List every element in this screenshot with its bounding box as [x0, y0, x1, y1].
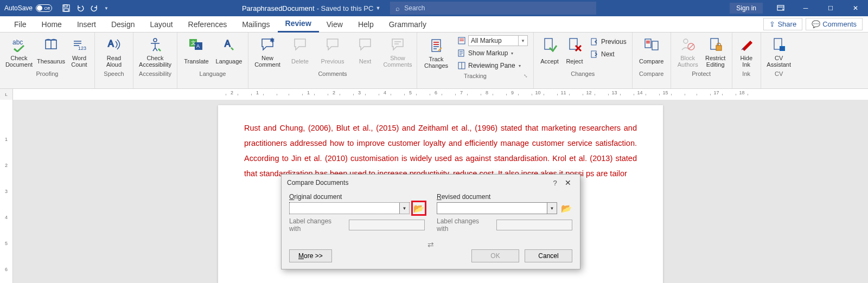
browse-original-folder-icon[interactable]: 📂	[413, 202, 425, 214]
sign-in-button[interactable]: Sign in	[730, 3, 763, 14]
read-aloud-button[interactable]: A Read Aloud	[98, 35, 130, 69]
tab-design[interactable]: Design	[104, 16, 143, 33]
tab-layout[interactable]: Layout	[143, 16, 181, 33]
svg-text:A: A	[108, 39, 114, 48]
tab-help[interactable]: Help	[350, 16, 381, 33]
tab-insert[interactable]: Insert	[69, 16, 104, 33]
markup-icon	[457, 36, 466, 45]
swap-icon[interactable]: ⇄	[282, 240, 580, 249]
compare-button[interactable]: Compare	[636, 35, 667, 69]
title-bar: AutoSave Off ▼ ParaphrasedDocument - Sav…	[0, 0, 868, 16]
tab-review[interactable]: Review	[278, 16, 319, 33]
label-changes-with-revised: Label changes with	[437, 217, 492, 233]
word-count-button[interactable]: 123 Word Count	[67, 35, 91, 69]
share-button[interactable]: ⇪Share	[763, 18, 802, 30]
group-tracking: Track Changes All Markup▼ Show Markup▾ R…	[417, 33, 534, 88]
undo-icon[interactable]	[76, 4, 85, 12]
search-box[interactable]: ⌕ Search	[390, 2, 596, 15]
minimize-button[interactable]: ─	[793, 0, 818, 16]
show-comments-button: Show Comments	[382, 35, 413, 69]
tab-home[interactable]: Home	[34, 16, 69, 33]
track-changes-icon	[427, 37, 445, 54]
document-body-text[interactable]: Rust and Chung, (2006), Blut et al., (20…	[244, 120, 637, 181]
tab-view[interactable]: View	[319, 16, 350, 33]
qat-dropdown-icon[interactable]: ▼	[104, 6, 108, 11]
group-compare: Compare Compare	[633, 33, 671, 88]
autosave-label: AutoSave	[4, 4, 33, 12]
next-change-button[interactable]: Next	[588, 48, 629, 60]
previous-icon	[590, 37, 599, 46]
group-language: 文A Translate A Language Language	[177, 33, 248, 88]
new-comment-button[interactable]: ✶ New Comment	[252, 35, 283, 69]
browse-revised-folder-icon[interactable]: 📂	[560, 202, 572, 214]
word-count-icon: 123	[71, 36, 88, 53]
svg-rect-19	[545, 38, 552, 49]
toggle-switch[interactable]: Off	[36, 4, 52, 12]
dialog-launcher-icon[interactable]: ⤡	[524, 72, 528, 80]
autosave-toggle[interactable]: AutoSave Off	[4, 4, 52, 12]
svg-rect-2	[64, 9, 68, 11]
hide-ink-button[interactable]: Hide Ink	[736, 35, 757, 69]
language-button[interactable]: A Language	[213, 35, 245, 69]
svg-text:in: in	[781, 47, 784, 50]
display-for-review-dropdown[interactable]: All Markup▼	[455, 35, 530, 47]
tab-mailings[interactable]: Mailings	[234, 16, 277, 33]
chevron-down-icon[interactable]: ▼	[399, 203, 409, 214]
check-accessibility-button[interactable]: Check Accessibility	[137, 35, 174, 69]
show-comments-icon	[389, 36, 406, 53]
accept-button[interactable]: Accept	[537, 35, 562, 69]
check-document-button[interactable]: abc Check Document	[3, 35, 35, 69]
share-icon: ⇪	[769, 20, 775, 28]
reviewing-pane-button[interactable]: Reviewing Pane▾	[455, 60, 530, 72]
translate-button[interactable]: 文A Translate	[181, 35, 212, 69]
next-icon	[590, 50, 599, 59]
horizontal-ruler[interactable]: L 211234567891011121314151718	[0, 89, 868, 100]
close-button[interactable]: ✕	[843, 0, 868, 16]
help-button[interactable]: ?	[548, 179, 561, 187]
close-dialog-button[interactable]: ✕	[561, 178, 575, 187]
chevron-down-icon[interactable]: ▼	[375, 5, 380, 11]
tab-file[interactable]: File	[7, 16, 34, 33]
restrict-editing-button[interactable]: Restrict Editing	[703, 35, 729, 69]
compare-documents-dialog: Compare Documents ? ✕ Original document …	[281, 174, 580, 269]
svg-rect-20	[570, 38, 577, 49]
cv-assistant-button[interactable]: in CV Assistant	[764, 35, 794, 69]
thesaurus-button[interactable]: Thesaurus	[36, 35, 66, 69]
save-icon[interactable]	[62, 4, 71, 12]
svg-text:A: A	[196, 43, 200, 49]
more-button[interactable]: More >>	[289, 249, 332, 262]
reviewing-pane-icon	[457, 61, 466, 70]
cancel-button[interactable]: Cancel	[525, 249, 572, 262]
comments-button[interactable]: 💬Comments	[806, 18, 863, 30]
svg-text:A: A	[225, 39, 231, 48]
document-title[interactable]: ParaphrasedDocument - Saved to this PC ▼	[242, 4, 380, 12]
ribbon-display-options-icon[interactable]	[768, 0, 793, 16]
previous-change-button[interactable]: Previous	[588, 36, 629, 48]
svg-rect-22	[591, 51, 596, 57]
tab-references[interactable]: References	[181, 16, 235, 33]
search-icon: ⌕	[395, 4, 400, 12]
block-authors-icon	[679, 36, 697, 53]
restrict-editing-icon	[707, 36, 724, 53]
chevron-down-icon[interactable]: ▼	[518, 36, 525, 46]
vertical-ruler[interactable]: 123456	[0, 100, 13, 283]
previous-comment-icon	[324, 36, 341, 53]
redo-icon[interactable]	[90, 4, 99, 12]
tab-grammarly[interactable]: Grammarly	[381, 16, 434, 33]
next-comment-icon	[356, 36, 374, 53]
group-accessibility: Check Accessibility Accessibility	[133, 33, 177, 88]
ruler-corner: L	[0, 89, 13, 100]
chevron-down-icon[interactable]: ▾	[519, 63, 521, 68]
label-changes-with-original: Label changes with	[289, 217, 344, 233]
chevron-down-icon[interactable]: ▾	[511, 51, 513, 56]
reject-button[interactable]: Reject	[563, 35, 586, 69]
reject-icon	[566, 36, 583, 53]
show-markup-button[interactable]: Show Markup▾	[455, 47, 530, 59]
track-changes-button[interactable]: Track Changes	[420, 36, 452, 70]
ok-button[interactable]: OK	[471, 249, 519, 262]
revised-document-combo[interactable]: ▼	[437, 202, 557, 214]
maximize-button[interactable]: ☐	[818, 0, 843, 16]
chevron-down-icon[interactable]: ▼	[547, 203, 557, 214]
original-document-combo[interactable]: ▼	[289, 202, 410, 214]
block-authors-button: Block Authors	[674, 35, 701, 69]
